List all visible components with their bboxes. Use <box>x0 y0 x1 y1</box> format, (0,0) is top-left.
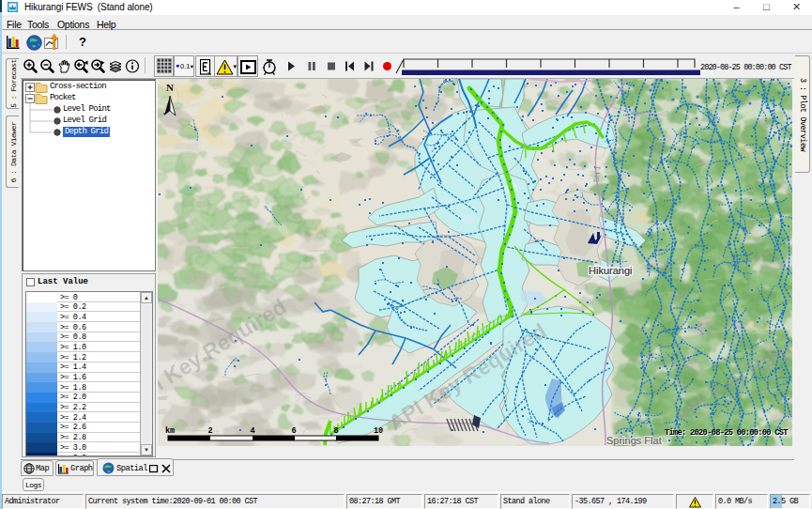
svg-text:2: 2 <box>207 426 212 436</box>
svg-text:Hikurangi: Hikurangi <box>589 265 632 276</box>
svg-text:km: km <box>165 426 175 436</box>
svg-text:8: 8 <box>333 426 338 436</box>
svg-text:6: 6 <box>291 426 296 436</box>
svg-text:SH 1: SH 1 <box>592 165 603 183</box>
svg-text:N: N <box>166 82 174 93</box>
svg-text:4: 4 <box>250 426 254 436</box>
svg-text:10: 10 <box>374 426 383 436</box>
svg-text:Springs Flat: Springs Flat <box>606 435 662 446</box>
svg-text:Time: 2020-08-25 00:00:00 CST: Time: 2020-08-25 00:00:00 CST <box>665 428 788 438</box>
